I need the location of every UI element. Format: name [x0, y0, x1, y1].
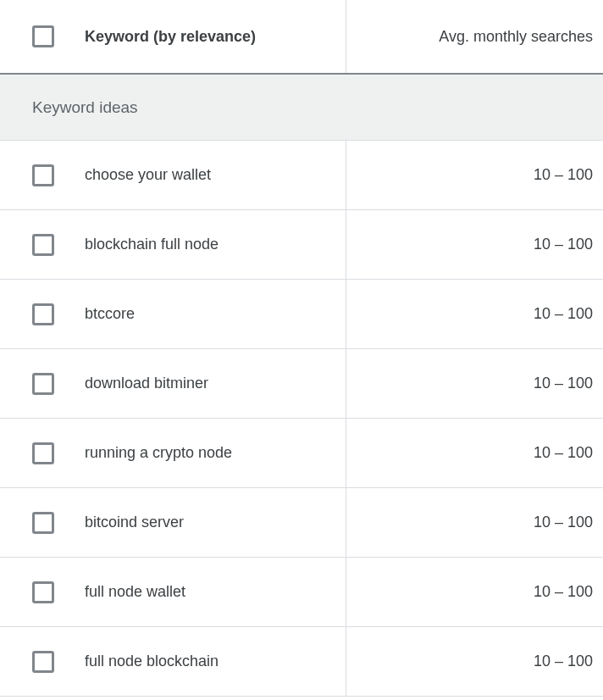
table-row[interactable]: choose your wallet10 – 100: [0, 141, 603, 210]
table-row[interactable]: btccore10 – 100: [0, 280, 603, 349]
table-row[interactable]: download bitminer10 – 100: [0, 349, 603, 419]
keyword-text: bitcoind server: [85, 514, 184, 531]
searches-cell: 10 – 100: [346, 210, 603, 279]
table-row[interactable]: blockchain full node10 – 100: [0, 210, 603, 280]
searches-cell: 10 – 100: [346, 280, 603, 348]
searches-cell: 10 – 100: [346, 558, 603, 626]
keyword-text: btccore: [85, 305, 135, 323]
keyword-text: download bitminer: [85, 375, 208, 392]
row-checkbox[interactable]: [32, 164, 54, 186]
searches-text: 10 – 100: [534, 375, 593, 392]
searches-cell: 10 – 100: [346, 349, 603, 418]
row-checkbox[interactable]: [32, 373, 54, 395]
row-checkbox[interactable]: [32, 581, 54, 603]
searches-text: 10 – 100: [534, 236, 593, 253]
searches-text: 10 – 100: [534, 653, 593, 670]
keyword-cell: download bitminer: [0, 349, 346, 418]
select-all-checkbox[interactable]: [32, 25, 54, 47]
searches-cell: 10 – 100: [346, 419, 603, 487]
keyword-text: choose your wallet: [85, 166, 211, 184]
keyword-table: Keyword (by relevance) Avg. monthly sear…: [0, 0, 603, 697]
row-checkbox[interactable]: [32, 512, 54, 534]
table-row[interactable]: full node blockchain10 – 100: [0, 627, 603, 697]
searches-cell: 10 – 100: [346, 141, 603, 209]
keyword-cell: bitcoind server: [0, 488, 346, 557]
keyword-cell: btccore: [0, 280, 346, 348]
searches-text: 10 – 100: [534, 444, 593, 462]
keyword-cell: blockchain full node: [0, 210, 346, 279]
header-cell-keyword[interactable]: Keyword (by relevance): [0, 0, 346, 73]
section-header: Keyword ideas: [0, 75, 603, 141]
searches-text: 10 – 100: [534, 305, 593, 323]
row-checkbox[interactable]: [32, 442, 54, 464]
row-checkbox[interactable]: [32, 651, 54, 673]
keyword-text: running a crypto node: [85, 444, 232, 462]
table-row[interactable]: running a crypto node10 – 100: [0, 419, 603, 488]
header-cell-searches[interactable]: Avg. monthly searches: [346, 0, 603, 73]
header-keyword-label: Keyword (by relevance): [85, 28, 256, 46]
row-checkbox[interactable]: [32, 234, 54, 256]
searches-text: 10 – 100: [534, 514, 593, 531]
searches-cell: 10 – 100: [346, 488, 603, 557]
table-row[interactable]: bitcoind server10 – 100: [0, 488, 603, 558]
searches-text: 10 – 100: [534, 166, 593, 184]
table-header-row: Keyword (by relevance) Avg. monthly sear…: [0, 0, 603, 75]
row-checkbox[interactable]: [32, 303, 54, 325]
keyword-text: blockchain full node: [85, 236, 219, 253]
keyword-cell: running a crypto node: [0, 419, 346, 487]
searches-text: 10 – 100: [534, 583, 593, 601]
section-title: Keyword ideas: [32, 98, 138, 117]
searches-cell: 10 – 100: [346, 627, 603, 696]
keyword-cell: full node blockchain: [0, 627, 346, 696]
keyword-text: full node blockchain: [85, 653, 219, 670]
keyword-cell: full node wallet: [0, 558, 346, 626]
keyword-cell: choose your wallet: [0, 141, 346, 209]
table-row[interactable]: full node wallet10 – 100: [0, 558, 603, 627]
keyword-text: full node wallet: [85, 583, 185, 601]
header-searches-label: Avg. monthly searches: [439, 28, 593, 46]
